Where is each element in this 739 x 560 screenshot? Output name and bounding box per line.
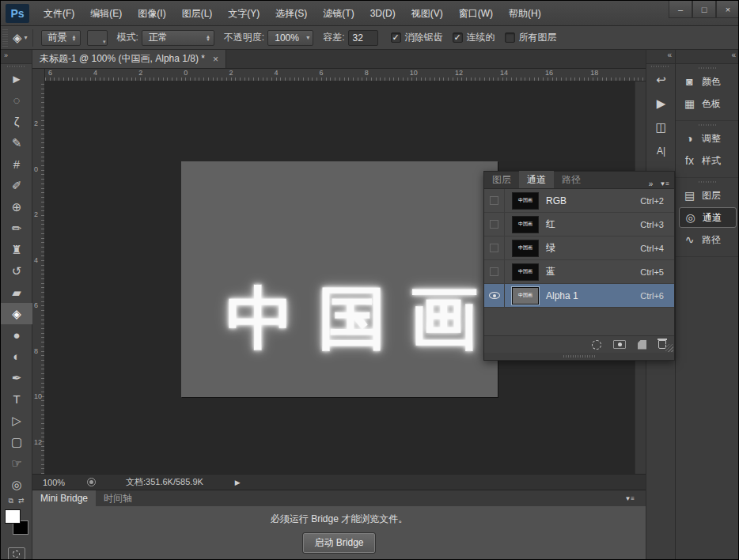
channel-row-RGB[interactable]: 中国画RGBCtrl+2 bbox=[484, 189, 674, 213]
tool-preset-picker[interactable]: ◈ ▾ bbox=[9, 29, 33, 47]
vertical-ruler[interactable]: 2024681012 bbox=[32, 81, 45, 474]
character-panel-icon[interactable]: A| bbox=[646, 139, 676, 163]
tab-close-icon[interactable]: × bbox=[213, 54, 218, 65]
channel-row-红[interactable]: 中国画红Ctrl+3 bbox=[484, 213, 674, 236]
menu-选择[interactable]: 选择(S) bbox=[267, 1, 315, 26]
dock-collapse-arrows[interactable]: « bbox=[676, 50, 739, 64]
minimize-button[interactable]: – bbox=[669, 1, 692, 18]
close-button[interactable]: × bbox=[716, 1, 739, 18]
strip-collapse-arrows[interactable]: « bbox=[646, 50, 675, 64]
panel-menu-icon[interactable]: ▼≡ bbox=[624, 495, 635, 502]
palette-icon: ◙ bbox=[683, 75, 696, 88]
path-selection-tool[interactable]: ▷ bbox=[1, 410, 32, 431]
pattern-picker[interactable] bbox=[87, 30, 108, 46]
dodge-tool[interactable]: ◐ bbox=[1, 346, 32, 367]
visibility-toggle[interactable] bbox=[484, 260, 505, 284]
horizontal-ruler[interactable]: 642024681012141618 bbox=[45, 69, 646, 81]
menu-视图[interactable]: 视图(V) bbox=[404, 1, 451, 26]
dock-group-grip[interactable] bbox=[676, 123, 739, 127]
dock-button-样式[interactable]: fx样式 bbox=[679, 150, 737, 171]
tolerance-input[interactable]: 32 bbox=[348, 30, 378, 46]
menu-编辑[interactable]: 编辑(E) bbox=[82, 1, 130, 26]
dock-group-grip[interactable] bbox=[676, 66, 739, 70]
rectangular-marquee-tool[interactable]: ◌ bbox=[1, 89, 32, 111]
brush-tool[interactable]: ✏ bbox=[1, 218, 32, 239]
canvas[interactable]: 中国画 bbox=[181, 161, 498, 397]
tab-Mini Bridge[interactable]: Mini Bridge bbox=[32, 490, 96, 506]
tools-panel-collapse[interactable]: » bbox=[1, 50, 32, 64]
menu-帮助[interactable]: 帮助(H) bbox=[501, 1, 549, 26]
menu-图层[interactable]: 图层(L) bbox=[174, 1, 221, 26]
menu-3D[interactable]: 3D(D) bbox=[362, 1, 404, 26]
spot-healing-brush-tool[interactable]: ⊕ bbox=[1, 196, 32, 218]
quick-selection-tool[interactable]: ✎ bbox=[1, 132, 32, 153]
dock-group-grip[interactable] bbox=[676, 180, 739, 184]
checkbox-消除锯齿[interactable]: ✓消除锯齿 bbox=[391, 31, 443, 44]
menu-滤镜[interactable]: 滤镜(T) bbox=[315, 1, 362, 26]
mode-select[interactable]: 正常 ▲▼ bbox=[142, 30, 214, 46]
visibility-toggle[interactable] bbox=[484, 236, 505, 260]
rectangle-shape-tool[interactable]: ▢ bbox=[1, 431, 32, 452]
tab-时间轴[interactable]: 时间轴 bbox=[96, 490, 140, 506]
hand-tool[interactable]: ☞ bbox=[1, 452, 32, 474]
dock-button-图层[interactable]: ▤图层 bbox=[679, 185, 737, 206]
menu-文件[interactable]: 文件(F) bbox=[36, 1, 82, 26]
launch-bridge-button[interactable]: 启动 Bridge bbox=[303, 533, 374, 553]
dock-button-通道[interactable]: ◎通道 bbox=[679, 207, 737, 228]
foreground-color-swatch[interactable] bbox=[5, 509, 21, 524]
menu-窗口[interactable]: 窗口(W) bbox=[451, 1, 501, 26]
channels-tab-图层[interactable]: 图层 bbox=[484, 171, 519, 188]
opacity-select[interactable]: 100% ▾ bbox=[267, 30, 313, 46]
dock-button-路径[interactable]: ∿路径 bbox=[679, 229, 737, 250]
blur-tool[interactable]: ● bbox=[1, 324, 32, 346]
history-panel-icon[interactable]: ↩ bbox=[646, 68, 676, 92]
eyedropper-tool[interactable]: ✐ bbox=[1, 175, 32, 196]
fill-source-select[interactable]: 前景 ▲▼ bbox=[41, 30, 81, 46]
visibility-toggle[interactable] bbox=[484, 189, 505, 213]
panel-collapse-icon[interactable]: » bbox=[649, 180, 654, 188]
menu-文字[interactable]: 文字(Y) bbox=[220, 1, 267, 26]
history-brush-tool[interactable]: ↺ bbox=[1, 260, 32, 282]
load-selection-icon[interactable] bbox=[592, 340, 601, 350]
quick-mask-button[interactable] bbox=[8, 547, 25, 560]
color-swatches bbox=[1, 508, 32, 544]
options-bar-grip[interactable] bbox=[2, 29, 8, 47]
document-tab[interactable]: 未标题-1 @ 100% (中国画, Alpha 1/8) * × bbox=[32, 50, 226, 68]
swap-colors-icon[interactable]: ⇄ bbox=[18, 497, 25, 508]
channels-tab-通道[interactable]: 通道 bbox=[519, 171, 554, 188]
actions-panel-icon[interactable]: ▶ bbox=[646, 92, 676, 115]
dock-button-调整[interactable]: ◑调整 bbox=[679, 128, 737, 149]
checkbox-所有图层[interactable]: 所有图层 bbox=[505, 31, 557, 44]
paint-bucket-tool[interactable]: ◈ bbox=[1, 303, 32, 324]
dock-button-色板[interactable]: ▦色板 bbox=[679, 93, 737, 114]
pen-tool[interactable]: ✒ bbox=[1, 367, 32, 388]
default-colors-icon[interactable]: ⧉ bbox=[9, 497, 13, 508]
panel-menu-icon[interactable]: ▼≡ bbox=[659, 180, 669, 187]
new-channel-icon[interactable] bbox=[638, 340, 646, 350]
channel-thumbnail: 中国画 bbox=[512, 263, 539, 281]
clone-stamp-tool[interactable]: ♜ bbox=[1, 239, 32, 260]
lasso-tool[interactable]: ζ bbox=[1, 111, 32, 132]
channels-panel-corner-grip[interactable] bbox=[665, 344, 673, 352]
type-tool[interactable]: T bbox=[1, 388, 32, 410]
eraser-tool[interactable]: ▰ bbox=[1, 282, 32, 303]
menu-图像[interactable]: 图像(I) bbox=[130, 1, 173, 26]
channels-tab-路径[interactable]: 路径 bbox=[554, 171, 589, 188]
visibility-toggle[interactable] bbox=[484, 213, 505, 236]
dock-button-颜色[interactable]: ◙颜色 bbox=[679, 71, 737, 92]
channels-panel-resize-grip[interactable] bbox=[484, 353, 674, 360]
channel-row-蓝[interactable]: 中国画蓝Ctrl+5 bbox=[484, 260, 674, 284]
visibility-toggle[interactable] bbox=[484, 284, 505, 308]
zoom-tool[interactable]: ◎ bbox=[1, 474, 32, 495]
status-menu-arrow-icon[interactable]: ▶ bbox=[235, 479, 241, 486]
save-selection-icon[interactable] bbox=[613, 340, 626, 349]
checkbox-连续的[interactable]: ✓连续的 bbox=[453, 31, 495, 44]
channel-rows: 中国画RGBCtrl+2中国画红Ctrl+3中国画绿Ctrl+4中国画蓝Ctrl… bbox=[484, 189, 674, 335]
3d-panel-icon[interactable]: ◫ bbox=[646, 115, 676, 139]
channel-row-Alpha 1[interactable]: 中国画Alpha 1Ctrl+6 bbox=[484, 284, 674, 308]
channel-row-绿[interactable]: 中国画绿Ctrl+4 bbox=[484, 236, 674, 260]
zoom-level-field[interactable]: 100% bbox=[43, 478, 78, 487]
maximize-button[interactable]: □ bbox=[692, 1, 716, 18]
move-tool[interactable]: ► bbox=[1, 68, 32, 89]
crop-tool[interactable]: # bbox=[1, 153, 32, 175]
